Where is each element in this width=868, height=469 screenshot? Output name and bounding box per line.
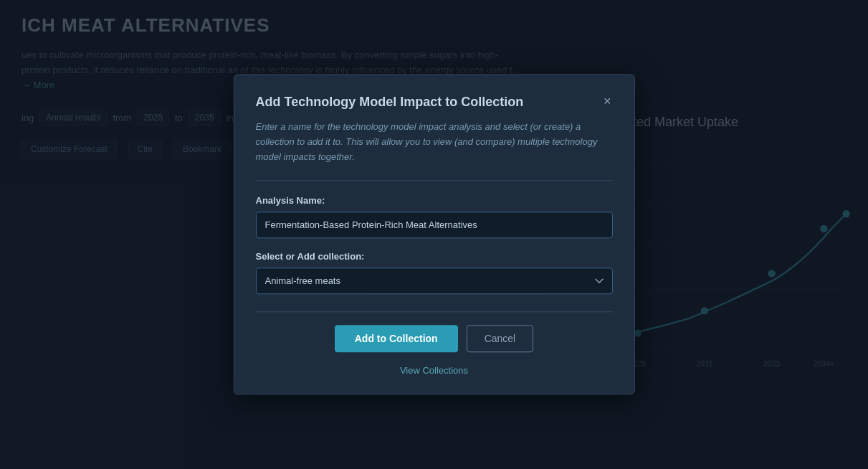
add-to-collection-button[interactable]: Add to Collection (335, 326, 458, 353)
cancel-button[interactable]: Cancel (467, 326, 534, 353)
modal-divider (256, 181, 613, 181)
analysis-name-group: Analysis Name: (256, 196, 613, 239)
modal-description: Enter a name for the technology model im… (256, 120, 613, 164)
modal-dialog: Add Technology Model Impact to Collectio… (234, 74, 635, 394)
modal-actions: Add to Collection Cancel (256, 312, 613, 353)
collection-label: Select or Add collection: (256, 252, 613, 262)
modal-close-button[interactable]: × (602, 95, 613, 108)
analysis-name-label: Analysis Name: (256, 196, 613, 207)
view-collections-link[interactable]: View Collections (400, 366, 468, 376)
modal-footer: View Collections (256, 364, 613, 377)
collection-group: Select or Add collection: Animal-free me… (256, 252, 613, 295)
collection-select[interactable]: Animal-free meats Plant-based proteins S… (256, 268, 613, 295)
modal-header: Add Technology Model Impact to Collectio… (256, 95, 613, 110)
modal-title: Add Technology Model Impact to Collectio… (256, 95, 524, 110)
analysis-name-input[interactable] (256, 212, 613, 239)
